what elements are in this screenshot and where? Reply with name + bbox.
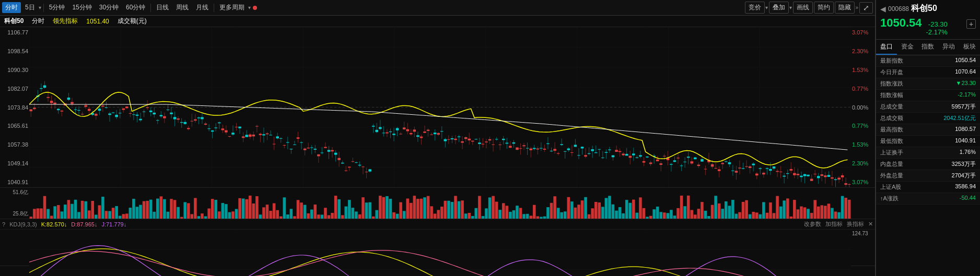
- data-row-0: 最新指数 1050.54: [876, 55, 980, 67]
- data-row-6: 最高指数 1080.57: [876, 124, 980, 136]
- kdj-change-btn[interactable]: 改参数: [804, 220, 821, 228]
- timeframe-weekly[interactable]: 周线: [173, 2, 192, 13]
- row-2-value: ▼23.30: [956, 80, 976, 88]
- row-12-label: ↑A涨跌: [880, 195, 899, 202]
- row-6-label: 最高指数: [880, 126, 903, 134]
- data-row-7: 最低指数 1040.91: [876, 136, 980, 147]
- auction-dropdown: 竞价 ▾: [745, 2, 768, 14]
- stock-header: ◀ 000688 科创50 1050.54 -23.30 -2.17% +: [876, 0, 980, 40]
- data-row-8: 上证换手 1.76%: [876, 147, 980, 159]
- data-row-9: 内盘总量 3253万手: [876, 159, 980, 170]
- timeframe-15min[interactable]: 15分钟: [69, 2, 95, 13]
- kdj-question[interactable]: ?: [2, 221, 5, 227]
- kdj-y-right: 124.73 51.59: [851, 230, 875, 276]
- kdj-header: ? KDJ(9,3,3) K:82.570↓ D:87.965↓ J:71.77…: [0, 219, 875, 230]
- hide-btn[interactable]: 隐藏: [835, 2, 855, 14]
- pct-label-8: 3.07%: [852, 179, 874, 185]
- panel-tabs: 盘口 资金 指数 异动 板块: [876, 40, 980, 55]
- y-label-0: 1106.77: [1, 29, 28, 35]
- pct-label-4: 0.00%: [852, 104, 874, 111]
- y-label-7: 1049.14: [1, 160, 28, 166]
- kdj-y-left: [0, 230, 29, 276]
- row-11-label: 上证A股: [880, 183, 901, 191]
- row-2-label: 指数涨跌: [880, 80, 903, 88]
- hide-arrow[interactable]: »: [855, 5, 858, 10]
- kdj-chart: ? KDJ(9,3,3) K:82.570↓ D:87.965↓ J:71.77…: [0, 219, 875, 266]
- timeframe-fenshi[interactable]: 分时: [2, 2, 21, 13]
- data-table: 最新指数 1050.54 今日开盘 1070.64 指数涨跌 ▼23.30 指数…: [876, 55, 980, 276]
- timeframe-5min[interactable]: 5分钟: [46, 2, 68, 13]
- tab-yidong[interactable]: 异动: [938, 40, 959, 55]
- row-1-value: 1070.64: [955, 68, 976, 76]
- indicator-value: 1051.40: [86, 18, 109, 25]
- kdj-canvas[interactable]: [29, 230, 851, 276]
- volume-right: [851, 188, 875, 219]
- timeframe-5day[interactable]: 5日: [22, 2, 38, 13]
- row-9-label: 内盘总量: [880, 160, 903, 168]
- kdj-switch-btn[interactable]: 换指标: [847, 220, 864, 228]
- 5day-arrow[interactable]: ▾: [39, 5, 41, 10]
- toolbar: 分时 5日 ▾ 5分钟 15分钟 30分钟 60分钟 日线 周线 月线 更多周期…: [0, 0, 875, 16]
- draw-btn[interactable]: 画线: [793, 2, 813, 14]
- timeframe-more[interactable]: 更多周期: [216, 2, 248, 13]
- kdj-body: 124.73 51.59: [0, 230, 875, 276]
- volume-canvas[interactable]: [29, 188, 851, 219]
- timeframe-monthly[interactable]: 月线: [193, 2, 212, 13]
- separator-1: [43, 4, 44, 12]
- simple-btn[interactable]: 简约: [814, 2, 834, 14]
- stock-code-name: ◀ 000688 科创50: [880, 3, 976, 14]
- overlay-btn[interactable]: 叠加: [769, 2, 789, 14]
- timeframe-daily[interactable]: 日线: [153, 2, 172, 13]
- vol-label-0: 51.6亿: [1, 189, 28, 196]
- row-1-label: 今日开盘: [880, 68, 903, 76]
- chart-stock-name: 科创50: [4, 17, 24, 26]
- vol-label-1: 25.8亿: [1, 210, 28, 218]
- auction-arrow[interactable]: ▾: [765, 5, 768, 10]
- row-11-value: 3586.94: [955, 183, 976, 191]
- data-row-12: ↑A涨跌 -50.44: [876, 193, 980, 205]
- row-3-value: -2.17%: [958, 91, 976, 99]
- tab-zhishu[interactable]: 指数: [918, 40, 939, 55]
- stock-code: 000688: [888, 5, 909, 13]
- timeframe-60min[interactable]: 60分钟: [123, 2, 148, 13]
- stock-add-btn[interactable]: +: [966, 19, 976, 29]
- volume-chart: 51.6亿 25.8亿: [0, 187, 875, 219]
- tab-zijin[interactable]: 资金: [897, 40, 918, 55]
- data-row-3: 指数涨幅 -2.17%: [876, 90, 980, 101]
- kdj-add-btn[interactable]: 加指标: [825, 220, 843, 228]
- data-row-4: 总成交量 5957万手: [876, 101, 980, 113]
- pct-label-2: 1.53%: [852, 67, 874, 73]
- chart-type: 分时: [32, 17, 44, 26]
- y-axis-left: 1106.77 1098.54 1090.30 1082.07 1073.84 …: [0, 27, 29, 187]
- pct-label-6: 1.53%: [852, 141, 874, 148]
- kdj-close-btn[interactable]: ✕: [868, 221, 873, 227]
- separator-3: [214, 4, 214, 12]
- stock-price: 1050.54: [880, 16, 922, 30]
- data-row-5: 总成交额 2042.51亿元: [876, 113, 980, 124]
- kdj-d-value: D:87.965↓: [71, 221, 97, 227]
- tab-pankou[interactable]: 盘口: [876, 40, 897, 55]
- row-5-label: 总成交额: [880, 114, 903, 122]
- y-label-4: 1073.84: [1, 104, 28, 111]
- y-label-2: 1090.30: [1, 67, 28, 73]
- stock-price-row: 1050.54 -23.30 -2.17% +: [880, 16, 976, 36]
- timeframe-5day-dropdown: 5日 ▾: [22, 2, 41, 13]
- timeframe-30min[interactable]: 30分钟: [96, 2, 122, 13]
- row-3-label: 指数涨幅: [880, 91, 903, 99]
- more-arrow[interactable]: ▾: [248, 5, 251, 10]
- main-chart-canvas[interactable]: [29, 27, 851, 187]
- overlay-arrow[interactable]: ▾: [789, 5, 792, 10]
- y-label-6: 1057.38: [1, 141, 28, 148]
- stock-change-pct: -2.17%: [926, 28, 948, 36]
- data-row-1: 今日开盘 1070.64: [876, 67, 980, 78]
- toolbar-right: 竞价 ▾ 叠加 ▾ 画线 简约 隐藏 » ⤢: [745, 2, 873, 14]
- nav-arrow-left[interactable]: ◀: [880, 5, 886, 13]
- expand-btn[interactable]: ⤢: [859, 2, 873, 14]
- row-8-value: 1.76%: [960, 149, 976, 157]
- y-label-8: 1040.91: [1, 179, 28, 185]
- live-dot: [253, 6, 257, 10]
- kdj-y-high: 124.73: [852, 231, 874, 236]
- row-0-label: 最新指数: [880, 57, 903, 65]
- tab-bankuai[interactable]: 板块: [959, 40, 980, 55]
- auction-btn[interactable]: 竞价: [745, 2, 765, 14]
